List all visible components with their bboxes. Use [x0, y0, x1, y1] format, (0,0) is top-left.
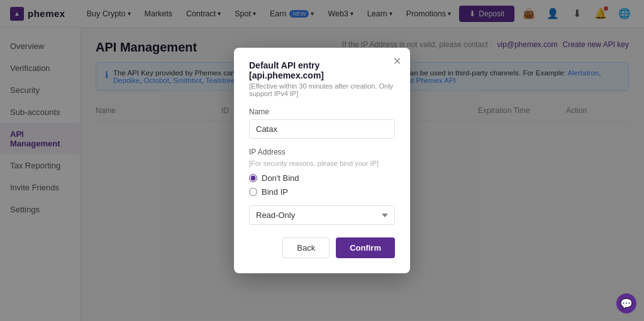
- radio-group: Don't Bind Bind IP: [249, 173, 395, 197]
- permission-select[interactable]: Read-Only Read-Write: [249, 205, 395, 225]
- radio-bind-ip[interactable]: Bind IP: [249, 187, 395, 197]
- modal-title: Default API entry [api.phemex.com]: [249, 60, 395, 80]
- radio-dont-bind-label: Don't Bind: [262, 173, 299, 183]
- modal-overlay[interactable]: ✕ Default API entry [api.phemex.com] [Ef…: [0, 0, 644, 321]
- back-button[interactable]: Back: [282, 237, 330, 258]
- chat-bubble[interactable]: 💬: [616, 293, 636, 313]
- radio-dont-bind[interactable]: Don't Bind: [249, 173, 395, 183]
- modal-ip-hint: [For security reasons, please bind your …: [249, 160, 395, 167]
- modal-name-input[interactable]: [249, 119, 395, 139]
- modal-subtitle: [Effective within 30 minutes after creat…: [249, 82, 395, 97]
- modal: ✕ Default API entry [api.phemex.com] [Ef…: [234, 48, 410, 273]
- confirm-button[interactable]: Confirm: [336, 237, 395, 258]
- modal-close-button[interactable]: ✕: [393, 55, 401, 67]
- modal-actions: Back Confirm: [249, 237, 395, 258]
- modal-ip-label: IP Address: [249, 148, 395, 156]
- modal-name-label: Name: [249, 107, 395, 116]
- radio-bind-ip-input[interactable]: [249, 188, 257, 196]
- radio-bind-ip-label: Bind IP: [262, 187, 288, 197]
- radio-dont-bind-input[interactable]: [249, 174, 257, 182]
